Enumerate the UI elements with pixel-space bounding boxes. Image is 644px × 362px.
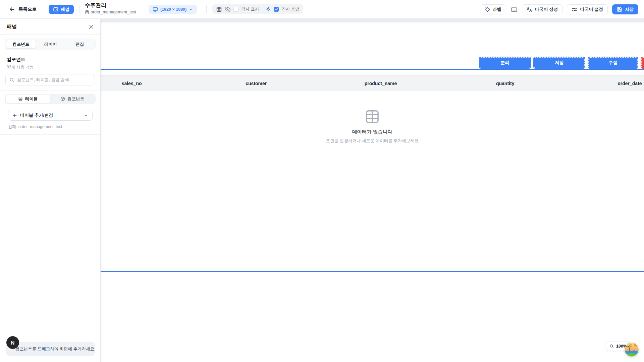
detach-button[interactable]: 분리 [479,57,531,69]
panel-left-icon [53,7,58,12]
components-available-count: 83개 사용 가능 [7,64,94,70]
components-section-title: 컴포넌트 [7,57,94,63]
save-icon [617,7,622,12]
database-icon [18,97,23,101]
component-search [5,74,95,85]
back-to-list-label[interactable]: 목록으로 [18,0,37,19]
grid-snap-label: 격자 스냅 [281,6,299,12]
panel-header: 패널 [0,19,100,35]
sliders-icon [572,7,577,12]
grid-header-row: sales_no customer product_name quantity … [69,75,644,91]
selection-line-bottom [69,271,644,272]
drag-hint: 컴포넌트를 드래그하여 화면에 추가하세요 [6,342,95,356]
chevron-down-icon [84,113,88,118]
cube-icon [60,97,65,101]
edit-row-button[interactable]: 수정 [588,57,638,69]
arrow-left-icon [9,6,15,13]
magnifier-icon [609,344,614,349]
tab-layers[interactable]: 레이어 [36,40,65,49]
divider [44,5,44,13]
grid-empty-state: 데이터가 없습니다 조건을 변경하거나 새로운 데이터를 추가해보세요 [326,109,419,144]
panel-tab-bar: 컴포넌트 레이어 편집 [5,39,96,50]
eye-off-icon [225,6,231,12]
source-tab-table[interactable]: 테이블 [6,95,50,103]
grid-show-checkbox[interactable] [233,7,238,12]
empty-table-icon [365,109,380,124]
resolution-value: (644 × 362) [160,7,186,12]
panel-toggle-button[interactable]: 패널 [49,5,74,14]
source-segmented-control: 테이블 컴포넌트 [5,94,96,104]
components-section-header: 컴포넌트 83개 사용 가능 [7,57,94,70]
selection-line-top [69,69,644,70]
page-title: 수주관리 [85,2,136,9]
close-icon [88,24,94,30]
grid-icon [216,6,222,12]
title-block: 수주관리 order_management_test [85,2,136,14]
page-subtitle: order_management_test [85,10,136,14]
tag-icon [485,7,490,12]
search-input[interactable] [17,74,94,85]
island-overlay-icon[interactable] [624,342,639,357]
components-panel: 패널 컴포넌트 레이어 편집 컴포넌트 83개 사용 가능 테이블 컴포넌트 테… [0,19,101,362]
keyboard-shortcuts-button[interactable] [511,6,518,13]
label-button[interactable]: 라벨 [480,4,506,14]
search-icon [9,77,14,82]
keyboard-icon [511,6,518,13]
divider [0,134,100,135]
column-header[interactable]: customer [194,76,318,91]
toolbar-right-group: 라벨 다국어 생성 다국어 설정 저장 [480,4,638,14]
check-icon [275,8,278,11]
grid-options-group: 격자 표시 격자 스냅 [212,4,303,14]
grid-snap-checkbox[interactable] [274,7,279,12]
save-row-button[interactable]: 저장 [533,57,585,69]
divider [0,90,100,91]
cursor-badge: N [6,336,19,349]
divider [206,5,207,13]
translate-icon [527,7,532,12]
delete-row-button[interactable] [641,57,644,69]
save-button[interactable]: 저장 [612,4,638,14]
chevron-down-icon [189,7,193,11]
source-tab-component[interactable]: 컴포넌트 [50,95,95,103]
tab-components[interactable]: 컴포넌트 [6,40,36,49]
i18n-generate-button[interactable]: 다국어 생성 [522,4,563,14]
bound-table-name: order_management_test [91,10,136,14]
panel-close-button[interactable] [88,23,96,31]
resolution-selector[interactable]: (644 × 362) [149,5,197,14]
lightning-icon [266,7,271,12]
add-table-dropdown[interactable]: 테이블 추가/변경 [8,110,93,121]
panel-title: 패널 [7,23,17,30]
divider [79,5,80,13]
i18n-settings-button[interactable]: 다국어 설정 [567,4,608,14]
top-toolbar: 목록으로 패널 수주관리 order_management_test (1920… [0,0,644,19]
column-header[interactable]: quantity [443,76,568,91]
column-header[interactable]: product_name [318,76,443,91]
plus-icon [12,113,17,118]
data-grid-component[interactable]: sales_no customer product_name quantity … [69,69,644,272]
empty-state-title: 데이터가 없습니다 [352,129,392,135]
tab-edit[interactable]: 편집 [65,40,94,49]
database-icon [85,10,89,14]
empty-state-subtitle: 조건을 변경하거나 새로운 데이터를 추가해보세요 [326,138,419,144]
grid-show-label: 격자 표시 [241,6,259,12]
current-table-label: 현재: order_management_test [8,124,92,130]
back-button[interactable] [9,6,15,13]
monitor-icon [153,7,158,12]
column-header[interactable]: order_date [568,76,644,91]
